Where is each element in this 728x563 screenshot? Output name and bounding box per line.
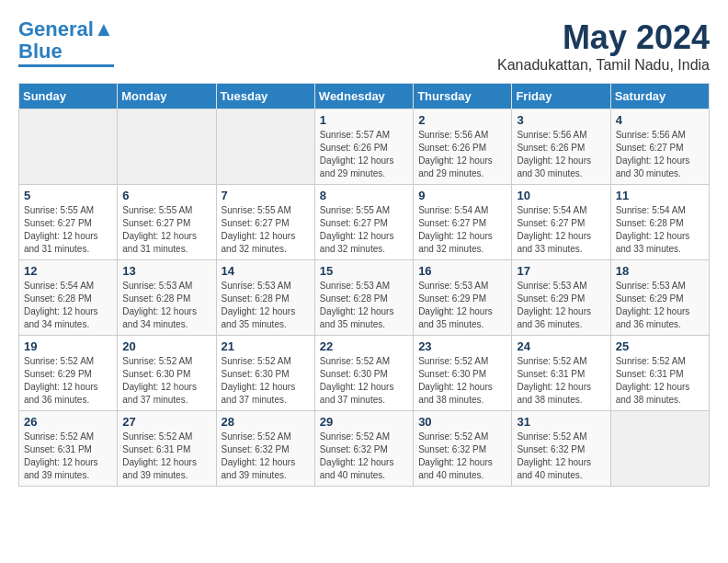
calendar-subtitle: Kanadukattan, Tamil Nadu, India [497, 57, 710, 74]
calendar-cell: 18Sunrise: 5:53 AMSunset: 6:29 PMDayligh… [610, 260, 709, 336]
calendar-cell: 6Sunrise: 5:55 AMSunset: 6:27 PMDaylight… [118, 185, 216, 260]
day-number: 5 [24, 189, 112, 202]
weekday-header-sunday: Sunday [19, 84, 118, 109]
weekday-header-monday: Monday [118, 84, 216, 109]
day-info: Sunrise: 5:52 AMSunset: 6:31 PMDaylight:… [517, 355, 605, 407]
calendar-title: May 2024 [497, 18, 710, 57]
calendar-cell: 5Sunrise: 5:55 AMSunset: 6:27 PMDaylight… [19, 185, 118, 260]
day-info: Sunrise: 5:53 AMSunset: 6:28 PMDaylight:… [222, 280, 310, 331]
calendar-cell [216, 109, 314, 185]
day-number: 22 [320, 339, 408, 353]
logo-general: General [18, 17, 94, 40]
calendar-cell: 30Sunrise: 5:52 AMSunset: 6:32 PMDayligh… [414, 411, 512, 487]
calendar-cell: 8Sunrise: 5:55 AMSunset: 6:27 PMDaylight… [314, 185, 413, 260]
calendar-cell: 10Sunrise: 5:54 AMSunset: 6:27 PMDayligh… [512, 185, 610, 260]
calendar-cell: 15Sunrise: 5:53 AMSunset: 6:28 PMDayligh… [314, 260, 413, 336]
day-info: Sunrise: 5:52 AMSunset: 6:30 PMDaylight:… [320, 355, 408, 407]
calendar-table: SundayMondayTuesdayWednesdayThursdayFrid… [18, 83, 710, 487]
day-info: Sunrise: 5:54 AMSunset: 6:28 PMDaylight:… [616, 204, 704, 256]
weekday-header-friday: Friday [512, 84, 610, 109]
week-row-2: 5Sunrise: 5:55 AMSunset: 6:27 PMDaylight… [19, 185, 710, 260]
day-number: 12 [24, 264, 112, 278]
calendar-cell: 22Sunrise: 5:52 AMSunset: 6:30 PMDayligh… [314, 336, 413, 411]
day-info: Sunrise: 5:55 AMSunset: 6:27 PMDaylight:… [222, 204, 310, 256]
day-info: Sunrise: 5:52 AMSunset: 6:32 PMDaylight:… [418, 431, 506, 482]
day-info: Sunrise: 5:52 AMSunset: 6:32 PMDaylight:… [222, 431, 310, 482]
calendar-cell: 13Sunrise: 5:53 AMSunset: 6:28 PMDayligh… [118, 260, 216, 336]
weekday-header-tuesday: Tuesday [216, 84, 314, 109]
day-info: Sunrise: 5:53 AMSunset: 6:29 PMDaylight:… [418, 280, 506, 331]
day-number: 8 [320, 189, 408, 202]
day-info: Sunrise: 5:55 AMSunset: 6:27 PMDaylight:… [122, 204, 210, 256]
week-row-3: 12Sunrise: 5:54 AMSunset: 6:28 PMDayligh… [19, 260, 710, 336]
day-number: 10 [517, 189, 605, 202]
day-number: 7 [222, 189, 310, 202]
day-number: 4 [616, 113, 704, 127]
day-number: 30 [418, 415, 506, 429]
calendar-cell: 2Sunrise: 5:56 AMSunset: 6:26 PMDaylight… [414, 109, 512, 185]
day-number: 15 [320, 264, 408, 278]
day-number: 6 [122, 189, 210, 202]
logo-text: General▲Blue [18, 18, 114, 63]
calendar-cell: 27Sunrise: 5:52 AMSunset: 6:31 PMDayligh… [118, 411, 216, 487]
calendar-cell [610, 411, 709, 487]
week-row-4: 19Sunrise: 5:52 AMSunset: 6:29 PMDayligh… [19, 336, 710, 411]
day-number: 28 [222, 415, 310, 429]
calendar-cell: 23Sunrise: 5:52 AMSunset: 6:30 PMDayligh… [414, 336, 512, 411]
weekday-header-row: SundayMondayTuesdayWednesdayThursdayFrid… [19, 84, 710, 109]
logo: General▲Blue [18, 18, 114, 67]
logo-blue: ▲ [94, 17, 114, 40]
day-info: Sunrise: 5:56 AMSunset: 6:27 PMDaylight:… [616, 129, 704, 180]
calendar-cell: 11Sunrise: 5:54 AMSunset: 6:28 PMDayligh… [610, 185, 709, 260]
calendar-cell: 16Sunrise: 5:53 AMSunset: 6:29 PMDayligh… [414, 260, 512, 336]
day-info: Sunrise: 5:52 AMSunset: 6:31 PMDaylight:… [122, 431, 210, 482]
day-number: 24 [517, 339, 605, 353]
day-number: 11 [616, 189, 704, 202]
day-info: Sunrise: 5:52 AMSunset: 6:30 PMDaylight:… [222, 355, 310, 407]
day-info: Sunrise: 5:52 AMSunset: 6:32 PMDaylight:… [320, 431, 408, 482]
day-info: Sunrise: 5:57 AMSunset: 6:26 PMDaylight:… [320, 129, 408, 180]
day-number: 13 [122, 264, 210, 278]
day-number: 19 [24, 339, 112, 353]
day-number: 25 [616, 339, 704, 353]
day-number: 21 [222, 339, 310, 353]
day-info: Sunrise: 5:52 AMSunset: 6:30 PMDaylight:… [418, 355, 506, 407]
day-number: 14 [222, 264, 310, 278]
calendar-cell [19, 109, 118, 185]
weekday-header-thursday: Thursday [414, 84, 512, 109]
day-number: 26 [24, 415, 112, 429]
day-number: 17 [517, 264, 605, 278]
page-header: General▲Blue May 2024 Kanadukattan, Tami… [18, 18, 710, 74]
day-info: Sunrise: 5:53 AMSunset: 6:28 PMDaylight:… [122, 280, 210, 331]
day-info: Sunrise: 5:56 AMSunset: 6:26 PMDaylight:… [517, 129, 605, 180]
title-area: May 2024 Kanadukattan, Tamil Nadu, India [497, 18, 710, 74]
day-number: 18 [616, 264, 704, 278]
day-number: 2 [418, 113, 506, 127]
calendar-cell: 3Sunrise: 5:56 AMSunset: 6:26 PMDaylight… [512, 109, 610, 185]
day-number: 20 [122, 339, 210, 353]
day-number: 1 [320, 113, 408, 127]
day-info: Sunrise: 5:54 AMSunset: 6:27 PMDaylight:… [517, 204, 605, 256]
calendar-cell: 25Sunrise: 5:52 AMSunset: 6:31 PMDayligh… [610, 336, 709, 411]
calendar-cell: 14Sunrise: 5:53 AMSunset: 6:28 PMDayligh… [216, 260, 314, 336]
calendar-cell: 24Sunrise: 5:52 AMSunset: 6:31 PMDayligh… [512, 336, 610, 411]
day-info: Sunrise: 5:55 AMSunset: 6:27 PMDaylight:… [24, 204, 112, 256]
calendar-cell: 17Sunrise: 5:53 AMSunset: 6:29 PMDayligh… [512, 260, 610, 336]
day-number: 27 [122, 415, 210, 429]
day-info: Sunrise: 5:56 AMSunset: 6:26 PMDaylight:… [418, 129, 506, 180]
day-number: 9 [418, 189, 506, 202]
logo-blue-text: Blue [18, 40, 63, 63]
day-number: 23 [418, 339, 506, 353]
day-info: Sunrise: 5:52 AMSunset: 6:32 PMDaylight:… [517, 431, 605, 482]
weekday-header-wednesday: Wednesday [314, 84, 413, 109]
day-info: Sunrise: 5:53 AMSunset: 6:28 PMDaylight:… [320, 280, 408, 331]
calendar-cell: 21Sunrise: 5:52 AMSunset: 6:30 PMDayligh… [216, 336, 314, 411]
calendar-cell [118, 109, 216, 185]
day-number: 29 [320, 415, 408, 429]
calendar-cell: 20Sunrise: 5:52 AMSunset: 6:30 PMDayligh… [118, 336, 216, 411]
day-info: Sunrise: 5:53 AMSunset: 6:29 PMDaylight:… [616, 280, 704, 331]
calendar-cell: 1Sunrise: 5:57 AMSunset: 6:26 PMDaylight… [314, 109, 413, 185]
day-info: Sunrise: 5:54 AMSunset: 6:27 PMDaylight:… [418, 204, 506, 256]
day-number: 16 [418, 264, 506, 278]
logo-underline [18, 64, 114, 67]
